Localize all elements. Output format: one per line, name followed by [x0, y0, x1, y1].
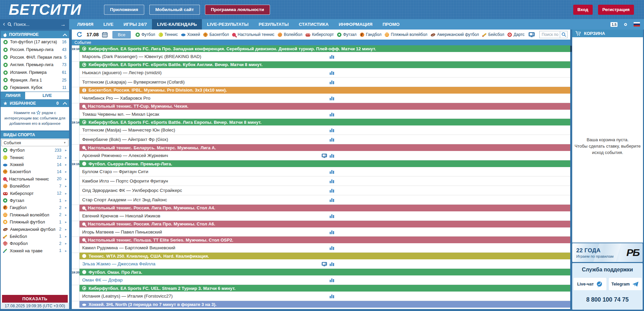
sidebar-sport-item[interactable]: Пляжный волейбол2▸ [1, 211, 69, 218]
favorites-header[interactable]: ИЗБРАННОЕ 0 [1, 100, 69, 107]
nav-tab-игры-24-7[interactable]: ИГРЫ 24/7 [118, 19, 152, 30]
filter-chip-basketball[interactable]: Баскетбол [203, 32, 229, 37]
event-name[interactable]: Оман ФК — Дофар [79, 275, 570, 285]
calendar-icon[interactable] [102, 32, 108, 38]
league-header[interactable]: Настольный теннис. Россия. Лига Про. Муж… [79, 221, 570, 227]
stats-icon[interactable] [330, 96, 334, 100]
event-name[interactable]: Тоттенхэм (Maslja) — Манчестер Юн (Bolec… [79, 125, 570, 135]
event-search-input[interactable]: Поиск по [539, 31, 568, 38]
event-row[interactable]: Марсель (Dark Passenger) — Ювентус (BREA… [72, 52, 570, 61]
event-row[interactable]: Фенербахче (Boki) — Айнтрахт Фр (Giox) [72, 135, 570, 144]
league-header[interactable]: Футбол. Сьерра-Леоне. Премьер-Лига. [79, 160, 570, 167]
event-row[interactable]: Тоттенхэм (Maslja) — Манчестер Юн (Bolec… [72, 125, 570, 135]
event-row[interactable]: Эльза Жакмо — Джессика Фейлла [72, 259, 570, 269]
settings-gear-icon[interactable] [623, 22, 628, 27]
odds-format-badge[interactable]: 1.5 [610, 22, 618, 27]
nav-tab-информация[interactable]: ИНФОРМАЦИЯ [334, 19, 378, 30]
filter-chip-baseball[interactable]: Бейсбол [482, 32, 504, 37]
event-name[interactable]: Тоттенхэм (Lukapaja) — Вулверхэмптон (Co… [79, 77, 570, 87]
language-flag-ru[interactable] [634, 22, 640, 27]
logo[interactable]: БЕТСИТИ [9, 1, 82, 18]
league-header[interactable]: Настольный теннис. TT-Cup. Мужчины. Чехи… [79, 103, 570, 110]
refresh-icon[interactable] [76, 32, 83, 38]
league-header[interactable]: Баскетбол. Россия. IPBL. Мужчины. Pro Di… [79, 87, 570, 94]
popular-item[interactable]: Англия. Премьер-лига73 [1, 61, 69, 69]
chevron-up-icon[interactable] [63, 102, 66, 105]
promo-banner[interactable]: 22 ГОДА Играем по правилам РБ [572, 243, 643, 262]
sidebar-sport-item[interactable]: Футбол233▸ [1, 147, 69, 154]
sidebar-sport-item[interactable]: Теннис22▸ [1, 154, 69, 161]
tv-stream-icon[interactable] [322, 262, 327, 266]
popular-item[interactable]: Испания. Примера61 [1, 69, 69, 76]
filter-chip-amfootball[interactable]: Американский футбол [431, 32, 479, 37]
scrollbar-thumb[interactable] [570, 46, 572, 52]
filter-chip-cybersport[interactable]: Киберспорт [306, 32, 334, 37]
stats-icon[interactable] [330, 112, 334, 116]
stats-icon[interactable] [330, 230, 334, 234]
event-name[interactable]: Челябинск Pro — Хабаровск Pro [79, 94, 570, 103]
event-name[interactable]: Камил Рудомина — Бартломей Вишневский [79, 243, 570, 253]
sidebar-sport-item[interactable]: Пляжный футбол1▸ [1, 218, 69, 225]
stats-icon[interactable] [330, 71, 334, 75]
collapse-icon[interactable]: ‹ [3, 20, 5, 28]
filter-chip-hockey[interactable]: Хоккей [181, 32, 200, 37]
tab-live[interactable]: LIVE [25, 92, 69, 99]
event-name[interactable]: Томаш Червены мл. — Михал Цесак [79, 110, 570, 119]
tv-stream-icon[interactable] [322, 154, 327, 158]
stats-icon[interactable] [330, 214, 334, 218]
league-header[interactable]: Футбол. Оман. Про Лига. [79, 269, 570, 275]
stats-icon[interactable] [330, 154, 334, 158]
sidebar-sport-item[interactable]: Волейбол7▸ [1, 183, 69, 190]
event-name[interactable]: Ньюкасл (aguuero) — Лестер (smidzii) [79, 68, 570, 77]
sidebar-sport-item[interactable]: Флорбол2▸ [1, 240, 69, 247]
league-header[interactable]: Настольный теннис. Россия. Лига Про. Муж… [79, 205, 570, 211]
popular-header[interactable]: ПОПУЛЯРНОЕ [1, 31, 69, 38]
nav-tab-live-результаты[interactable]: LIVE-РЕЗУЛЬТАТЫ [202, 19, 254, 30]
loyalty-button[interactable]: Программа лояльности [205, 5, 270, 15]
filter-chip-volleyball[interactable]: Волейбол [278, 32, 302, 37]
popular-item[interactable]: Россия. ФНЛ. Первая лига5 [1, 53, 69, 61]
event-name[interactable]: Эльза Жакмо — Джессика Фейлла [79, 259, 570, 269]
event-name[interactable]: Стар Спорт Академи — Ист Энд Лайонс [79, 195, 570, 205]
filter-chip-handball[interactable]: Гандбол [360, 32, 381, 37]
event-row[interactable]: Оман ФК — Дофар [72, 275, 570, 285]
filter-chip-tennis[interactable]: Теннис [159, 32, 178, 37]
nav-tab-live[interactable]: LIVE [98, 19, 118, 30]
event-name[interactable]: Евгений Крючков — Николай Ижиков [79, 211, 570, 221]
filter-chip-futsal[interactable]: Футзал [337, 32, 357, 37]
event-row[interactable]: Олд Эдвордианс ФК — Уилберфорс Страйкерс [72, 186, 570, 195]
event-row[interactable]: Ньюкасл (aguuero) — Лестер (smidzii) [72, 68, 570, 77]
events-select[interactable]: События ▼ [1, 139, 68, 146]
league-header[interactable]: Киберфутбол. EA Sports FC. eSports Battl… [79, 61, 570, 68]
league-header[interactable]: Настольный теннис. Беларусь. Мастерс. Му… [79, 144, 570, 151]
sidebar-sport-item[interactable]: Баскетбол14▸ [1, 168, 69, 175]
sidebar-sport-item[interactable]: Хоккей на траве1▸ [1, 247, 69, 254]
filter-chip-tabletennis[interactable]: Настольный теннис [232, 32, 274, 37]
event-row[interactable]: Арсений Ряжченко — Алексей Журкевич [72, 151, 570, 160]
search-input[interactable]: Поиск... [14, 22, 30, 27]
league-header[interactable]: Теннис. WTA 250. Кливленд. США. Hard. Кв… [79, 253, 570, 259]
filter-all-chip[interactable]: Все [112, 31, 130, 39]
nav-tab-статистика[interactable]: СТАТИСТИКА [294, 19, 334, 30]
sidebar-sport-item[interactable]: Американский футбол2▸ [1, 225, 69, 232]
tv-broadcast-icon[interactable] [529, 32, 535, 37]
event-name[interactable]: Буллом Старз — Фритаун Сити [79, 167, 570, 176]
mobile-site-button[interactable]: Мобильный сайт [149, 5, 200, 15]
stats-icon[interactable] [330, 138, 334, 142]
popular-item[interactable]: Германия. Кубок11 [1, 84, 69, 92]
sidebar-sport-item[interactable]: Футзал1▸ [1, 197, 69, 204]
stats-icon[interactable] [330, 170, 334, 174]
sidebar-sport-item[interactable]: Бейсбол1▸ [1, 233, 69, 240]
stats-icon[interactable] [330, 198, 334, 202]
register-button[interactable]: Регистрация [598, 5, 634, 15]
date-label[interactable]: 17.08 [87, 32, 99, 37]
sidebar-sport-item[interactable]: Гандбол2▸ [1, 204, 69, 211]
nav-tab-результаты[interactable]: РЕЗУЛЬТАТЫ [254, 19, 294, 30]
stats-icon[interactable] [330, 179, 334, 183]
sidebar-sport-item[interactable]: Киберспорт12▸ [1, 190, 69, 197]
league-header[interactable]: Киберфутбол. EA Sports FC. Лига Про. Зап… [79, 45, 570, 52]
event-name[interactable]: Марсель (Dark Passenger) — Ювентус (BREA… [79, 52, 570, 61]
filter-chip-darts[interactable]: Дартс [507, 32, 525, 37]
filter-chip-beachvolley[interactable]: Пляжный волейбол [385, 32, 427, 37]
login-button[interactable]: Вход [573, 5, 593, 15]
